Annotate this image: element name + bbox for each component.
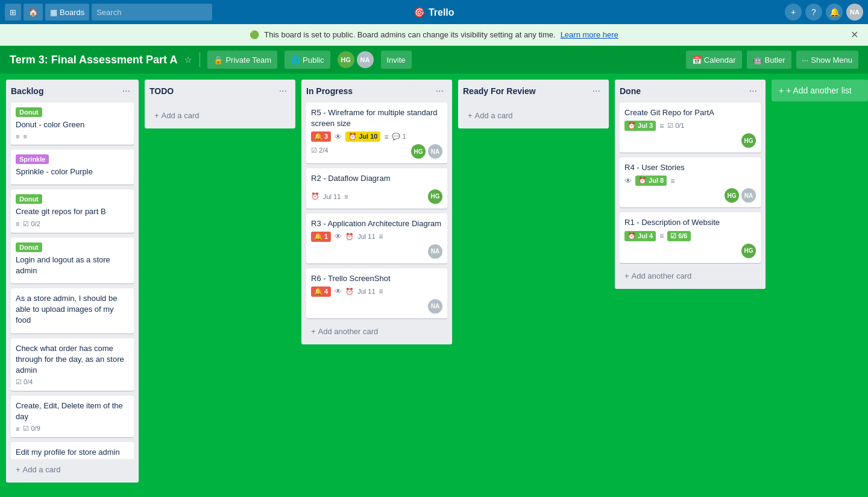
card-r6-screenshot[interactable]: R6 - Trello ScreenShot 🔔 4 👁 ⏰ Jul 11 ≡ … [306, 268, 447, 318]
description-icon: ≡ [16, 133, 19, 140]
description-icon: ≡ [379, 287, 383, 296]
private-team-button[interactable]: 🔒 Private Team [207, 51, 277, 69]
list-header-rfr: Ready For Review ··· [458, 80, 609, 100]
list-title-done: Done [620, 86, 641, 96]
add-card-button-rfr[interactable]: + Add a card [463, 107, 604, 124]
notification-button[interactable]: 🔔 [826, 4, 843, 21]
card-badges: 🔔 3 👁 ⏰ Jul 10 ≡ 💬 1 [311, 131, 442, 142]
description-icon: ≡ [16, 425, 19, 432]
card-sprinkle-color-purple[interactable]: Sprinkle Sprinkle - color Purple [11, 150, 134, 185]
list-title-todo: TODO [149, 86, 174, 96]
card-edit-profile[interactable]: Edit my profile for store admin ☑ 0/6 [11, 442, 134, 459]
close-banner-button[interactable]: ✕ [851, 29, 858, 40]
add-another-card-button-done[interactable]: + Add another card [620, 268, 761, 284]
butler-button[interactable]: 🤖 Butler [747, 51, 791, 69]
list-menu-button-in-progress[interactable]: ··· [432, 84, 447, 98]
clock-icon: ⏰ [345, 233, 354, 241]
card-members: NA [311, 244, 442, 259]
card-r4-user-stories[interactable]: R4 - User Stories 👁 ⏰ Jul 8 ≡ HG NA [620, 157, 761, 207]
member-hg-avatar[interactable]: HG [338, 51, 354, 68]
list-menu-button-rfr[interactable]: ··· [589, 84, 604, 98]
butler-icon: 🤖 [753, 55, 763, 65]
description-icon: ≡ [659, 232, 664, 240]
date-badge-jul4: ⏰ Jul 4 [624, 231, 656, 241]
star-button[interactable]: ☆ [184, 55, 192, 65]
card-text: Login and logout as a store admin [16, 255, 129, 276]
member-avatars: HG NA [338, 51, 374, 68]
dots-icon: ··· [802, 55, 809, 65]
board-title[interactable]: Term 3: Final Assessment Part A [10, 54, 177, 66]
member-na: NA [428, 144, 442, 159]
date-text: Jul 11 [357, 288, 375, 295]
card-members: NA [311, 299, 442, 314]
description-icon: ≡ [344, 193, 348, 200]
info-icon: ? [811, 7, 816, 17]
add-list-button[interactable]: + + Add another list [772, 80, 868, 101]
date-text: Jul 11 [357, 233, 375, 240]
clock-icon: ⏰ [311, 192, 319, 200]
member-hg: HG [428, 189, 442, 204]
add-button[interactable]: + [785, 4, 802, 21]
card-badges: ⏰ Jul 3 ≡ ☑ 0/1 [624, 121, 756, 131]
apps-button[interactable]: ⊞ [5, 4, 21, 21]
card-donut-color-green[interactable]: Donut Donut - color Green ≡ ≡ [11, 103, 134, 145]
card-text: R1 - Description of Website [624, 217, 756, 228]
list-title-rfr: Ready For Review [463, 86, 536, 96]
public-banner: 🟢 This board is set to public. Board adm… [0, 24, 868, 46]
board-icon: ▦ [50, 8, 57, 17]
calendar-button[interactable]: 📅 Calendar [686, 51, 742, 69]
list-backlog: Backlog ··· Donut Donut - color Green ≡ … [6, 80, 139, 483]
card-meta: ☑ 0/4 [16, 378, 129, 386]
list-menu-button-backlog[interactable]: ··· [119, 84, 134, 98]
card-r2-dataflow[interactable]: R2 - Dataflow Diagram ⏰ Jul 11 ≡ HG [306, 168, 447, 208]
list-title-in-progress: In Progress [306, 86, 353, 96]
date-badge-jul3: ⏰ Jul 3 [624, 121, 656, 131]
list-cards-done: Create Git Repo for PartA ⏰ Jul 3 ≡ ☑ 0/… [615, 100, 766, 265]
list-title-backlog: Backlog [11, 86, 43, 96]
card-meta: ⏰ Jul 11 ≡ [311, 192, 348, 200]
card-r1-description[interactable]: R1 - Description of Website ⏰ Jul 4 ≡ ☑ … [620, 212, 761, 262]
list-header-todo: TODO ··· [145, 80, 295, 100]
star-icon: ☆ [184, 55, 192, 65]
checklist-badge: ☑ 0/9 [23, 425, 40, 432]
member-hg: HG [741, 244, 756, 258]
list-menu-button-todo[interactable]: ··· [275, 84, 291, 98]
card-check-order[interactable]: Check what order has come through for th… [11, 338, 134, 391]
invite-button[interactable]: Invite [381, 51, 412, 69]
banner-icon: 🟢 [250, 30, 259, 39]
card-badges: 👁 ⏰ Jul 8 ≡ [624, 176, 756, 186]
card-r5-wireframe[interactable]: R5 - Wireframe for multiple standard scr… [306, 103, 447, 163]
member-na-avatar[interactable]: NA [357, 51, 374, 68]
card-create-edit-delete[interactable]: Create, Edit, Delete item of the day ≡ ☑… [11, 396, 134, 437]
card-members: HG NA [411, 144, 442, 159]
card-badges: 🔔 1 👁 ⏰ Jul 11 ≡ [311, 232, 442, 242]
info-button[interactable]: ? [805, 4, 822, 21]
card-r3-architecture[interactable]: R3 - Application Architecture Diagram 🔔 … [306, 214, 447, 264]
show-menu-button[interactable]: ··· Show Menu [796, 51, 859, 69]
card-meta: ≡ ≡ [16, 133, 129, 140]
card-text: Create git repos for part B [16, 206, 129, 217]
card-create-git-repos[interactable]: Donut Create git repos for part B ≡ ☑ 0/… [11, 189, 134, 232]
card-upload-images[interactable]: As a store admin, I should be able to up… [11, 288, 134, 334]
card-text: R5 - Wireframe for multiple standard scr… [311, 107, 442, 129]
add-another-card-button-in-progress[interactable]: + Add another card [306, 323, 447, 340]
eye-icon: 👁 [335, 287, 342, 296]
card-badges: 🔔 4 👁 ⏰ Jul 11 ≡ [311, 286, 442, 297]
plus-icon: + [468, 111, 473, 120]
comment-badge: 💬 1 [392, 133, 406, 141]
card-login-store-admin[interactable]: Donut Login and logout as a store admin [11, 238, 134, 283]
list-menu-button-done[interactable]: ··· [746, 84, 761, 98]
eye-icon: 👁 [335, 133, 342, 141]
card-create-git-repo-parta[interactable]: Create Git Repo for PartA ⏰ Jul 3 ≡ ☑ 0/… [620, 103, 761, 153]
card-text: R4 - User Stories [624, 162, 756, 173]
search-input[interactable] [92, 4, 212, 21]
globe-icon: 🌐 [291, 55, 300, 65]
add-card-button-todo[interactable]: + Add a card [149, 107, 291, 124]
user-avatar[interactable]: NA [846, 4, 863, 21]
boards-button[interactable]: ▦ Boards [45, 4, 89, 21]
add-icon: + [791, 7, 796, 17]
learn-more-link[interactable]: Learn more here [561, 30, 618, 39]
home-button[interactable]: 🏠 [24, 4, 43, 21]
add-card-button-backlog[interactable]: + Add a card [11, 461, 134, 478]
public-button[interactable]: 🌐 Public [285, 51, 330, 69]
